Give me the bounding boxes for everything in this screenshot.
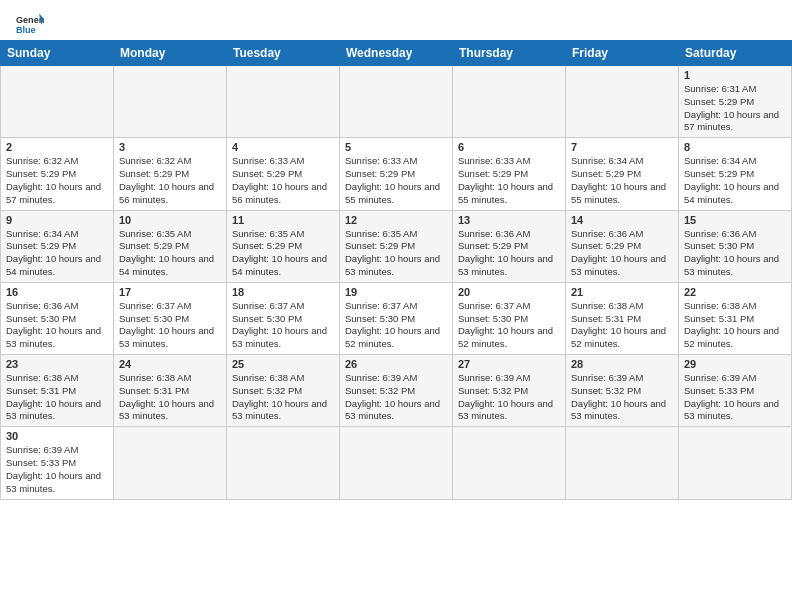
day-number: 16 xyxy=(6,286,108,298)
calendar-day-cell: 18Sunrise: 6:37 AM Sunset: 5:30 PM Dayli… xyxy=(227,282,340,354)
day-number: 11 xyxy=(232,214,334,226)
day-info: Sunrise: 6:32 AM Sunset: 5:29 PM Dayligh… xyxy=(6,155,108,206)
calendar-day-cell: 30Sunrise: 6:39 AM Sunset: 5:33 PM Dayli… xyxy=(1,427,114,499)
calendar-week-row: 9Sunrise: 6:34 AM Sunset: 5:29 PM Daylig… xyxy=(1,210,792,282)
day-info: Sunrise: 6:38 AM Sunset: 5:31 PM Dayligh… xyxy=(571,300,673,351)
day-info: Sunrise: 6:36 AM Sunset: 5:30 PM Dayligh… xyxy=(684,228,786,279)
day-number: 24 xyxy=(119,358,221,370)
day-info: Sunrise: 6:39 AM Sunset: 5:33 PM Dayligh… xyxy=(6,444,108,495)
calendar-day-cell: 9Sunrise: 6:34 AM Sunset: 5:29 PM Daylig… xyxy=(1,210,114,282)
calendar-week-row: 23Sunrise: 6:38 AM Sunset: 5:31 PM Dayli… xyxy=(1,355,792,427)
day-info: Sunrise: 6:38 AM Sunset: 5:32 PM Dayligh… xyxy=(232,372,334,423)
calendar-day-cell: 10Sunrise: 6:35 AM Sunset: 5:29 PM Dayli… xyxy=(114,210,227,282)
day-of-week-header: Saturday xyxy=(679,41,792,66)
day-info: Sunrise: 6:34 AM Sunset: 5:29 PM Dayligh… xyxy=(6,228,108,279)
calendar-day-cell: 26Sunrise: 6:39 AM Sunset: 5:32 PM Dayli… xyxy=(340,355,453,427)
day-info: Sunrise: 6:36 AM Sunset: 5:29 PM Dayligh… xyxy=(571,228,673,279)
calendar-week-row: 1Sunrise: 6:31 AM Sunset: 5:29 PM Daylig… xyxy=(1,66,792,138)
calendar-day-cell: 5Sunrise: 6:33 AM Sunset: 5:29 PM Daylig… xyxy=(340,138,453,210)
day-number: 14 xyxy=(571,214,673,226)
day-of-week-header: Thursday xyxy=(453,41,566,66)
calendar-day-cell: 21Sunrise: 6:38 AM Sunset: 5:31 PM Dayli… xyxy=(566,282,679,354)
calendar-day-cell xyxy=(566,66,679,138)
day-number: 27 xyxy=(458,358,560,370)
day-number: 4 xyxy=(232,141,334,153)
day-info: Sunrise: 6:33 AM Sunset: 5:29 PM Dayligh… xyxy=(458,155,560,206)
calendar-day-cell: 19Sunrise: 6:37 AM Sunset: 5:30 PM Dayli… xyxy=(340,282,453,354)
day-number: 21 xyxy=(571,286,673,298)
day-info: Sunrise: 6:37 AM Sunset: 5:30 PM Dayligh… xyxy=(345,300,447,351)
calendar-day-cell xyxy=(340,66,453,138)
day-info: Sunrise: 6:35 AM Sunset: 5:29 PM Dayligh… xyxy=(119,228,221,279)
day-number: 15 xyxy=(684,214,786,226)
calendar-day-cell xyxy=(227,427,340,499)
calendar-day-cell: 3Sunrise: 6:32 AM Sunset: 5:29 PM Daylig… xyxy=(114,138,227,210)
day-number: 8 xyxy=(684,141,786,153)
day-info: Sunrise: 6:37 AM Sunset: 5:30 PM Dayligh… xyxy=(119,300,221,351)
day-info: Sunrise: 6:34 AM Sunset: 5:29 PM Dayligh… xyxy=(571,155,673,206)
calendar-day-cell: 11Sunrise: 6:35 AM Sunset: 5:29 PM Dayli… xyxy=(227,210,340,282)
calendar-day-cell: 27Sunrise: 6:39 AM Sunset: 5:32 PM Dayli… xyxy=(453,355,566,427)
calendar-day-cell: 25Sunrise: 6:38 AM Sunset: 5:32 PM Dayli… xyxy=(227,355,340,427)
day-number: 22 xyxy=(684,286,786,298)
header-row: SundayMondayTuesdayWednesdayThursdayFrid… xyxy=(1,41,792,66)
day-info: Sunrise: 6:36 AM Sunset: 5:29 PM Dayligh… xyxy=(458,228,560,279)
calendar-day-cell: 17Sunrise: 6:37 AM Sunset: 5:30 PM Dayli… xyxy=(114,282,227,354)
day-number: 12 xyxy=(345,214,447,226)
calendar-day-cell: 16Sunrise: 6:36 AM Sunset: 5:30 PM Dayli… xyxy=(1,282,114,354)
day-number: 6 xyxy=(458,141,560,153)
day-of-week-header: Sunday xyxy=(1,41,114,66)
calendar-day-cell: 29Sunrise: 6:39 AM Sunset: 5:33 PM Dayli… xyxy=(679,355,792,427)
calendar-day-cell: 6Sunrise: 6:33 AM Sunset: 5:29 PM Daylig… xyxy=(453,138,566,210)
calendar-day-cell: 8Sunrise: 6:34 AM Sunset: 5:29 PM Daylig… xyxy=(679,138,792,210)
calendar-day-cell: 23Sunrise: 6:38 AM Sunset: 5:31 PM Dayli… xyxy=(1,355,114,427)
calendar-day-cell: 22Sunrise: 6:38 AM Sunset: 5:31 PM Dayli… xyxy=(679,282,792,354)
calendar-day-cell xyxy=(453,66,566,138)
calendar-week-row: 2Sunrise: 6:32 AM Sunset: 5:29 PM Daylig… xyxy=(1,138,792,210)
day-info: Sunrise: 6:37 AM Sunset: 5:30 PM Dayligh… xyxy=(232,300,334,351)
day-number: 18 xyxy=(232,286,334,298)
calendar-day-cell: 20Sunrise: 6:37 AM Sunset: 5:30 PM Dayli… xyxy=(453,282,566,354)
day-info: Sunrise: 6:36 AM Sunset: 5:30 PM Dayligh… xyxy=(6,300,108,351)
day-number: 25 xyxy=(232,358,334,370)
logo-icon: General Blue xyxy=(16,12,44,36)
calendar-day-cell xyxy=(679,427,792,499)
day-number: 23 xyxy=(6,358,108,370)
calendar-day-cell: 24Sunrise: 6:38 AM Sunset: 5:31 PM Dayli… xyxy=(114,355,227,427)
day-number: 7 xyxy=(571,141,673,153)
day-info: Sunrise: 6:33 AM Sunset: 5:29 PM Dayligh… xyxy=(345,155,447,206)
day-info: Sunrise: 6:37 AM Sunset: 5:30 PM Dayligh… xyxy=(458,300,560,351)
calendar-day-cell: 14Sunrise: 6:36 AM Sunset: 5:29 PM Dayli… xyxy=(566,210,679,282)
day-of-week-header: Wednesday xyxy=(340,41,453,66)
day-number: 3 xyxy=(119,141,221,153)
day-info: Sunrise: 6:38 AM Sunset: 5:31 PM Dayligh… xyxy=(684,300,786,351)
day-info: Sunrise: 6:33 AM Sunset: 5:29 PM Dayligh… xyxy=(232,155,334,206)
calendar-day-cell xyxy=(453,427,566,499)
calendar-day-cell xyxy=(114,66,227,138)
logo: General Blue xyxy=(16,12,44,36)
calendar-day-cell xyxy=(340,427,453,499)
day-info: Sunrise: 6:38 AM Sunset: 5:31 PM Dayligh… xyxy=(119,372,221,423)
calendar-day-cell xyxy=(114,427,227,499)
day-info: Sunrise: 6:39 AM Sunset: 5:32 PM Dayligh… xyxy=(458,372,560,423)
day-info: Sunrise: 6:39 AM Sunset: 5:32 PM Dayligh… xyxy=(345,372,447,423)
day-number: 29 xyxy=(684,358,786,370)
calendar-day-cell xyxy=(1,66,114,138)
day-number: 20 xyxy=(458,286,560,298)
day-number: 26 xyxy=(345,358,447,370)
calendar-day-cell: 28Sunrise: 6:39 AM Sunset: 5:32 PM Dayli… xyxy=(566,355,679,427)
day-number: 30 xyxy=(6,430,108,442)
day-number: 13 xyxy=(458,214,560,226)
day-info: Sunrise: 6:35 AM Sunset: 5:29 PM Dayligh… xyxy=(232,228,334,279)
day-info: Sunrise: 6:38 AM Sunset: 5:31 PM Dayligh… xyxy=(6,372,108,423)
day-of-week-header: Friday xyxy=(566,41,679,66)
day-of-week-header: Monday xyxy=(114,41,227,66)
calendar-day-cell xyxy=(566,427,679,499)
day-of-week-header: Tuesday xyxy=(227,41,340,66)
calendar-day-cell: 1Sunrise: 6:31 AM Sunset: 5:29 PM Daylig… xyxy=(679,66,792,138)
day-info: Sunrise: 6:39 AM Sunset: 5:32 PM Dayligh… xyxy=(571,372,673,423)
day-number: 28 xyxy=(571,358,673,370)
calendar-day-cell: 15Sunrise: 6:36 AM Sunset: 5:30 PM Dayli… xyxy=(679,210,792,282)
day-number: 2 xyxy=(6,141,108,153)
day-info: Sunrise: 6:32 AM Sunset: 5:29 PM Dayligh… xyxy=(119,155,221,206)
